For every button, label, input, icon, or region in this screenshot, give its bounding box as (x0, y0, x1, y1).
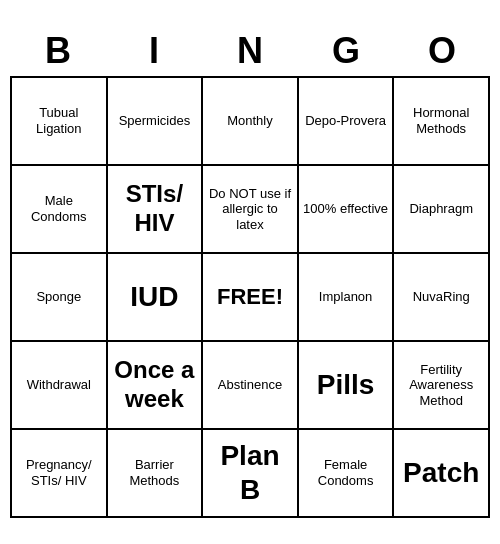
bingo-cell: FREE! (203, 254, 299, 342)
bingo-cell: STIs/ HIV (108, 166, 204, 254)
header-letter: B (10, 26, 106, 76)
bingo-cell: IUD (108, 254, 204, 342)
bingo-cell: Tubual Ligation (12, 78, 108, 166)
header-letter: I (106, 26, 202, 76)
bingo-cell: Withdrawal (12, 342, 108, 430)
bingo-cell: Patch (394, 430, 490, 518)
bingo-cell: Sponge (12, 254, 108, 342)
bingo-header: BINGO (10, 26, 490, 76)
header-letter: G (298, 26, 394, 76)
bingo-cell: Abstinence (203, 342, 299, 430)
bingo-cell: Implanon (299, 254, 395, 342)
header-letter: N (202, 26, 298, 76)
header-letter: O (394, 26, 490, 76)
bingo-card: BINGO Tubual LigationSpermicidesMonthlyD… (10, 26, 490, 518)
bingo-cell: Barrier Methods (108, 430, 204, 518)
bingo-cell: Fertility Awareness Method (394, 342, 490, 430)
bingo-cell: Once a week (108, 342, 204, 430)
bingo-cell: Male Condoms (12, 166, 108, 254)
bingo-cell: Pills (299, 342, 395, 430)
bingo-cell: Spermicides (108, 78, 204, 166)
bingo-cell: Hormonal Methods (394, 78, 490, 166)
bingo-cell: Pregnancy/ STIs/ HIV (12, 430, 108, 518)
bingo-cell: NuvaRing (394, 254, 490, 342)
bingo-cell: Plan B (203, 430, 299, 518)
bingo-cell: 100% effective (299, 166, 395, 254)
bingo-cell: Diaphragm (394, 166, 490, 254)
bingo-cell: Depo-Provera (299, 78, 395, 166)
bingo-cell: Female Condoms (299, 430, 395, 518)
bingo-cell: Do NOT use if allergic to latex (203, 166, 299, 254)
bingo-cell: Monthly (203, 78, 299, 166)
bingo-grid: Tubual LigationSpermicidesMonthlyDepo-Pr… (10, 76, 490, 518)
